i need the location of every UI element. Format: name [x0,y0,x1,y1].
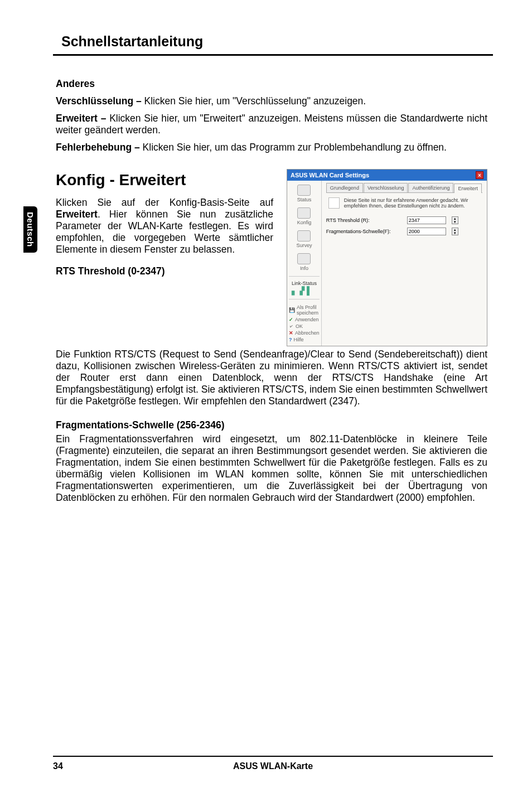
frag-field-label: Fragmentations-Schwelle(F): [326,229,402,234]
action-apply[interactable]: ✓ Anwenden [289,316,320,323]
para-frag-body: Ein Fragmentationssverfahren wird einges… [56,433,487,504]
tab-basic[interactable]: Grundlegend [326,183,363,192]
text-advanced: Klicken Sie hier, um "Erweitert" anzuzei… [56,113,487,136]
hint-icon [328,197,340,209]
section-anderes-heading: Anderes [56,78,487,90]
hint-row: Diese Seite ist nur für erfahrene Anwend… [326,193,482,213]
para-rts-body: Die Funktion RTS/CTS (Request to Send (S… [56,349,487,407]
heading-frag-threshold: Fragmentations-Schwelle (256-2346) [56,419,487,431]
hint-text: Diese Seite ist nur für erfahrene Anwend… [344,197,480,209]
rts-input[interactable] [407,216,446,224]
action-ok[interactable]: 🗸 OK [289,323,320,330]
action-help[interactable]: ? Hilfe [289,336,320,343]
para-troubleshoot: Fehlerbehebung – Klicken Sie hier, um da… [56,142,487,153]
screenshot-wlan-settings: ASUS WLAN Card Settings × Status Konfig [287,169,487,346]
sidebar-label-konfig: Konfig [297,220,312,225]
info-icon [297,253,311,264]
page-header-title: Schnellstartanleitung [61,33,532,50]
para-konfig-intro: Klicken Sie auf der Konfig-Basis-Seite a… [56,197,273,255]
survey-icon [297,230,311,241]
konfig-intro-prefix: Klicken Sie auf der Konfig-Basis-Seite a… [56,197,273,208]
help-icon: ? [289,337,292,342]
page-footer: 34 ASUS WLAN-Karte [53,756,493,771]
tab-auth[interactable]: Authentifizierung [408,183,453,192]
cancel-label: Abbrechen [295,330,320,336]
cancel-icon: ✕ [289,330,293,336]
action-save-profile[interactable]: 💾 Als Profil speichern [289,304,320,316]
ok-label: OK [296,323,303,329]
tab-advanced[interactable]: Erweitert [454,183,482,193]
help-label: Hilfe [294,337,304,342]
footer-product-name: ASUS WLAN-Karte [86,761,460,771]
label-troubleshoot: Fehlerbehebung – [56,142,143,153]
text-encryption: Klicken Sie hier, um "Verschlüsselung" a… [144,95,366,107]
signal-icon: ▖▗▘▌ [292,286,317,295]
sidebar-label-info: Info [300,265,308,271]
konfig-icon [297,207,311,219]
frag-input[interactable] [407,228,446,235]
rts-field-label: RTS Threshold (R): [326,218,402,223]
sidebar-label-survey: Survey [296,243,312,248]
field-rts-row: RTS Threshold (R): ▲▼ [326,216,482,224]
frag-spinner[interactable]: ▲▼ [452,228,458,235]
rts-spinner[interactable]: ▲▼ [452,216,458,224]
heading-konfig-erweitert: Konfig - Erweitert [56,171,273,189]
tab-encryption[interactable]: Verschlüsselung [364,183,408,192]
save-profile-label: Als Profil speichern [297,305,320,316]
heading-rts-threshold: RTS Threshold (0-2347) [56,265,273,277]
ok-icon: 🗸 [289,323,294,329]
sidebar-label-status: Status [297,197,312,202]
language-side-tab: Deutsch [23,206,37,253]
save-icon: 💾 [289,307,295,313]
status-icon [297,185,311,196]
field-frag-row: Fragmentations-Schwelle(F): ▲▼ [326,228,482,235]
settings-tabs: Grundlegend Verschlüsselung Authentifizi… [326,183,482,193]
para-advanced: Erweitert – Klicken Sie hier, um "Erweit… [56,113,487,136]
close-icon[interactable]: × [476,171,483,179]
footer-rule [53,756,493,757]
action-cancel[interactable]: ✕ Abbrechen [289,330,320,336]
sidebar-item-konfig[interactable]: Konfig [287,206,321,228]
check-icon: ✓ [289,317,293,322]
sidebar-item-survey[interactable]: Survey [287,229,321,251]
sidebar-link-status: Link-Status ▖▗▘▌ [292,279,317,297]
sidebar-item-info[interactable]: Info [287,252,321,274]
main-content: Anderes Verschlüsselung – Klicken Sie hi… [56,78,487,504]
settings-sidebar: Status Konfig Survey Info [287,181,322,346]
text-troubleshoot: Klicken Sie hier, um das Programm zur Pr… [143,142,447,153]
link-status-label: Link-Status [292,281,317,286]
header-rule [53,54,493,56]
apply-label: Anwenden [295,317,319,322]
sidebar-item-status[interactable]: Status [287,183,321,205]
label-advanced: Erweitert – [56,113,109,124]
window-title: ASUS WLAN Card Settings [291,172,369,178]
para-encryption: Verschlüsselung – Klicken Sie hier, um "… [56,95,487,107]
window-titlebar: ASUS WLAN Card Settings × [287,170,487,181]
konfig-intro-bold: Erweitert [56,209,98,220]
footer-page-number: 34 [53,761,86,771]
settings-main-panel: Grundlegend Verschlüsselung Authentifizi… [322,181,487,346]
label-encryption: Verschlüsselung – [56,95,144,107]
